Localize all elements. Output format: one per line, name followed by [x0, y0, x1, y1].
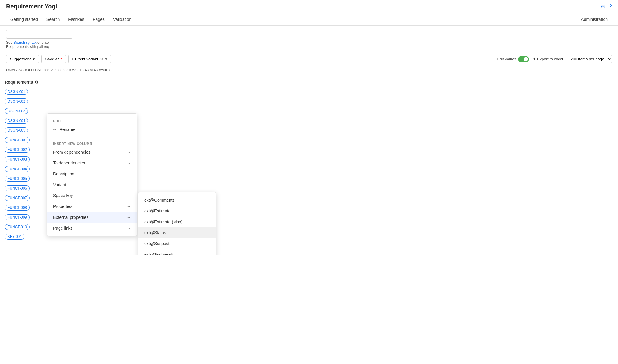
sub-item-ext-test-result[interactable]: ext@Test result [138, 249, 216, 255]
sub-item-ext-estimate[interactable]: ext@Estimate [138, 206, 216, 216]
sub-item-ext-comments[interactable]: ext@Comments [138, 195, 216, 206]
sidebar-settings-icon[interactable]: ⚙ [35, 80, 39, 85]
from-dependencies-item[interactable]: From dependencies → [47, 147, 137, 158]
context-menu-overlay: EDIT ✏ Rename INSERT NEW COLUMN From dep… [47, 113, 216, 236]
req-badge-funct-004[interactable]: FUNCT-004 [5, 166, 30, 172]
saveas-button[interactable]: Save as * [41, 55, 66, 63]
req-badge-dsgn-001[interactable]: DSGN-001 [5, 89, 28, 95]
top-bar-right: ⚙ ? [600, 3, 612, 10]
arrow-icon: → [127, 204, 131, 209]
arrow-icon: → [127, 161, 131, 165]
req-badge-funct-007[interactable]: FUNCT-007 [5, 195, 30, 201]
suggestions-button[interactable]: Suggestions ▾ [6, 55, 39, 63]
results-info: OMAI ASCROLLTEST' and variant is 21058 -… [0, 66, 618, 74]
saveas-asterisk: * [61, 57, 62, 61]
nav-bar: Getting started Search Matrixes Pages Va… [0, 13, 618, 26]
req-badge-key-001[interactable]: KEY-001 [5, 234, 24, 240]
req-badge-funct-006[interactable]: FUNCT-006 [5, 185, 30, 191]
export-icon: ⬆ [533, 57, 536, 61]
sub-dropdown: ext@Comments ext@Estimate ext@Estimate (… [138, 192, 216, 255]
per-page-select[interactable]: 200 items per page [567, 55, 612, 63]
nav-item-getting-started[interactable]: Getting started [6, 13, 42, 25]
insert-section-label: INSERT NEW COLUMN [47, 139, 137, 147]
variant-close-icon[interactable]: ✕ [100, 57, 103, 61]
req-badge-funct-005[interactable]: FUNCT-005 [5, 176, 30, 182]
variant-item[interactable]: Variant [47, 179, 137, 190]
req-badge-dsgn-002[interactable]: DSGN-002 [5, 98, 28, 104]
sub-item-ext-suspect[interactable]: ext@Suspect [138, 238, 216, 249]
app-title: Requirement Yogi [6, 3, 57, 10]
req-badge-funct-002[interactable]: FUNCT-002 [5, 147, 30, 153]
toolbar-right: Edit values ⬆ Export to excel 200 items … [497, 55, 612, 63]
req-badge-funct-003[interactable]: FUNCT-003 [5, 156, 30, 162]
variant-button[interactable]: Current variant ✕ ▾ [68, 55, 111, 63]
export-excel-button[interactable]: ⬆ Export to excel [533, 57, 563, 61]
edit-values-toggle[interactable] [518, 56, 529, 62]
list-item: DSGN-001 [0, 87, 60, 97]
req-badge-dsgn-004[interactable]: DSGN-004 [5, 118, 28, 124]
req-badge-dsgn-005[interactable]: DSGN-005 [5, 127, 28, 133]
settings-icon[interactable]: ⚙ [600, 3, 605, 10]
page-links-item[interactable]: Page links → [47, 223, 137, 234]
top-bar: Requirement Yogi ⚙ ? [0, 0, 618, 13]
edit-dropdown: EDIT ✏ Rename INSERT NEW COLUMN From dep… [47, 113, 137, 236]
external-properties-item[interactable]: External properties → [47, 212, 137, 223]
menu-divider [47, 137, 137, 137]
edit-section-label: EDIT [47, 116, 137, 124]
sidebar-header: Requirements ⚙ [0, 77, 60, 87]
rename-menu-item[interactable]: ✏ Rename [47, 124, 137, 135]
req-badge-funct-010[interactable]: FUNCT-010 [5, 224, 30, 230]
description-item[interactable]: Description [47, 168, 137, 179]
edit-values-group: Edit values [497, 56, 529, 62]
list-item: DSGN-002 [0, 97, 60, 106]
search-area: See Search syntax or enter Requirements … [0, 26, 618, 52]
arrow-icon: → [127, 215, 131, 220]
arrow-icon: → [127, 150, 131, 155]
sub-item-ext-estimate-max[interactable]: ext@Estimate (Max) [138, 216, 216, 227]
to-dependencies-item[interactable]: To dependencies → [47, 158, 137, 168]
properties-item[interactable]: Properties → [47, 201, 137, 212]
req-badge-funct-008[interactable]: FUNCT-008 [5, 205, 30, 211]
search-input[interactable] [6, 30, 72, 39]
nav-item-search[interactable]: Search [42, 13, 64, 25]
help-icon[interactable]: ? [609, 3, 612, 10]
nav-admin[interactable]: Administration [577, 13, 612, 25]
main-content: Requirements ⚙ DSGN-001 DSGN-002 DSGN-00… [0, 74, 618, 255]
arrow-icon: → [127, 226, 131, 231]
sub-item-ext-status[interactable]: ext@Status [138, 227, 216, 238]
toolbar: Suggestions ▾ Save as * Current variant … [0, 52, 618, 66]
search-syntax-link[interactable]: Search syntax [14, 40, 37, 45]
chevron-down-icon: ▾ [33, 57, 35, 61]
search-help: See Search syntax or enter Requirements … [6, 40, 612, 49]
chevron-down-icon-variant: ▾ [105, 57, 107, 61]
pencil-icon: ✏ [53, 127, 56, 132]
nav-item-matrixes[interactable]: Matrixes [64, 13, 88, 25]
space-key-item[interactable]: Space key [47, 190, 137, 201]
nav-item-pages[interactable]: Pages [88, 13, 109, 25]
req-badge-funct-001[interactable]: FUNCT-001 [5, 137, 30, 143]
req-badge-dsgn-003[interactable]: DSGN-003 [5, 108, 28, 114]
req-badge-funct-009[interactable]: FUNCT-009 [5, 214, 30, 220]
nav-item-validation[interactable]: Validation [109, 13, 135, 25]
